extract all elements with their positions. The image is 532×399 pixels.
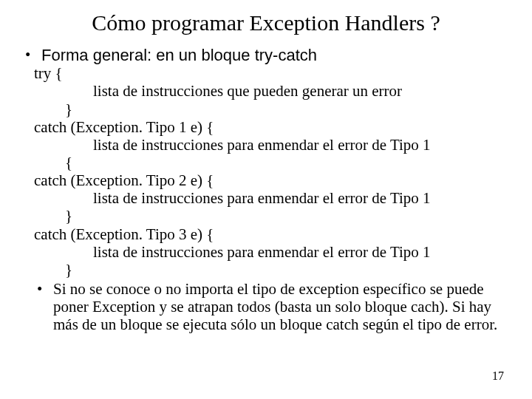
bullet-explanation: • Si no se conoce o no importa el tipo d… [37, 280, 508, 333]
code-line: try { [34, 64, 508, 82]
code-line: { [65, 154, 508, 171]
bullet-dot-icon: • [37, 280, 53, 298]
code-line: catch (Exception. Tipo 2 e) { [34, 171, 508, 189]
page-number: 17 [492, 369, 504, 383]
code-line: lista de instrucciones que pueden genera… [93, 82, 508, 100]
code-line: } [65, 207, 508, 225]
bullet-general-form: • Forma general: en un bloque try-catch [25, 46, 508, 64]
code-line: } [65, 100, 508, 118]
code-line: lista de instrucciones para enmendar el … [93, 189, 508, 207]
code-line: catch (Exception. Tipo 3 e) { [34, 225, 508, 243]
code-block: try { lista de instrucciones que pueden … [34, 64, 508, 279]
slide: Cómo programar Exception Handlers ? • Fo… [0, 0, 532, 399]
bullet-text: Forma general: en un bloque try-catch [41, 46, 317, 64]
code-line: lista de instrucciones para enmendar el … [93, 136, 508, 154]
code-line: } [65, 261, 508, 279]
bullet-dot-icon: • [25, 46, 41, 64]
bullet-text: Si no se conoce o no importa el tipo de … [53, 280, 508, 333]
slide-body: • Forma general: en un bloque try-catch … [24, 46, 508, 333]
code-line: lista de instrucciones para enmendar el … [93, 243, 508, 261]
code-line: catch (Exception. Tipo 1 e) { [34, 118, 508, 136]
slide-title: Cómo programar Exception Handlers ? [24, 10, 508, 35]
